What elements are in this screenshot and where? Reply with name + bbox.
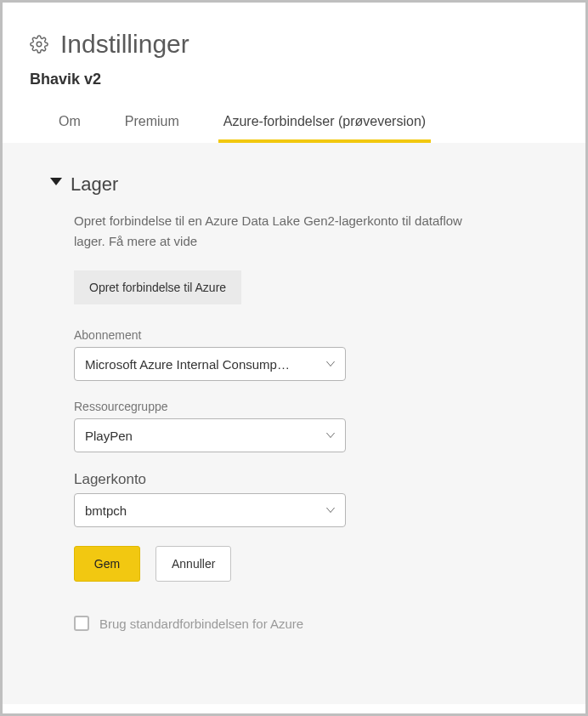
section-description: Opret forbindelse til en Azure Data Lake… (74, 211, 482, 252)
subscription-value: Microsoft Azure Internal Consump… (85, 357, 290, 372)
cancel-button[interactable]: Annuller (155, 546, 231, 582)
storage-account-value: bmtpch (85, 503, 127, 518)
storage-account-select[interactable]: bmtpch (74, 493, 346, 527)
tab-about[interactable]: Om (54, 107, 86, 143)
resource-group-label: Ressourcegruppe (74, 400, 538, 413)
resource-group-select[interactable]: PlayPen (74, 418, 346, 452)
section-title-storage: Lager (71, 173, 118, 196)
use-default-connection-label: Brug standardforbindelsen for Azure (99, 617, 303, 631)
gear-icon (30, 35, 48, 54)
subscription-select[interactable]: Microsoft Azure Internal Consump… (74, 347, 346, 381)
chevron-down-icon (326, 433, 335, 438)
connect-to-azure-button[interactable]: Opret forbindelse til Azure (74, 270, 241, 304)
workspace-name: Bhavik v2 (30, 71, 558, 88)
tab-premium[interactable]: Premium (120, 107, 184, 143)
tab-azure-connections[interactable]: Azure-forbindelser (prøveversion) (218, 107, 431, 143)
save-button[interactable]: Gem (74, 546, 140, 582)
page-title: Indstillinger (60, 30, 189, 59)
tabs: Om Premium Azure-forbindelser (prøvevers… (30, 107, 558, 143)
subscription-label: Abonnement (74, 328, 538, 342)
svg-point-0 (37, 42, 42, 47)
storage-account-label: Lagerkonto (74, 471, 538, 488)
resource-group-value: PlayPen (85, 429, 133, 443)
chevron-down-icon (326, 361, 335, 367)
use-default-connection-checkbox[interactable] (74, 616, 89, 631)
collapse-caret-icon[interactable] (50, 178, 62, 185)
learn-more-link[interactable]: Få mere at vide (109, 234, 197, 248)
chevron-down-icon (326, 508, 335, 513)
